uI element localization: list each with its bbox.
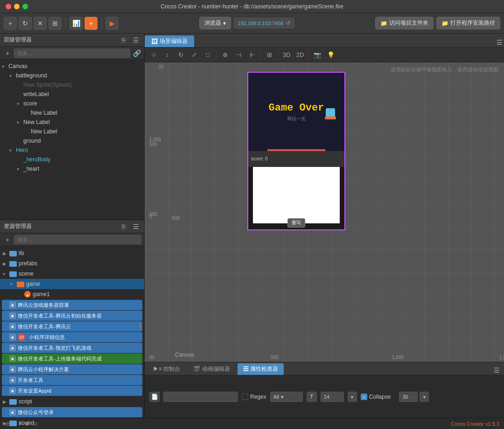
notif-2[interactable]: ■ 微信开发者工具-腾讯云初始化服务器 <box>2 311 142 321</box>
tool-snap[interactable]: ⊞ <box>263 49 275 61</box>
maximize-button[interactable] <box>22 4 28 9</box>
assets-menu-btn[interactable]: ☰ <box>131 222 140 231</box>
line-height-field[interactable]: 30 <box>399 392 418 402</box>
close-button[interactable] <box>6 4 11 9</box>
browser-arrow: ▾ <box>223 20 226 27</box>
line-height-value: 30 <box>402 394 408 400</box>
tool-align[interactable]: ⊣ <box>232 49 245 61</box>
tree-item-new-label-1[interactable]: New Label <box>0 108 144 118</box>
tool-scale[interactable]: ⤢ <box>188 49 200 61</box>
ground-label: ground <box>23 138 41 144</box>
tree-item-heart[interactable]: ▾ _heart <box>0 164 144 173</box>
tool-rect[interactable]: □ <box>202 49 214 61</box>
notif-3[interactable]: ■ 微信开发者工具-腾讯云 <box>2 321 142 332</box>
scene-label: scene <box>19 270 34 277</box>
visit-folder-button[interactable]: 📁 访问项目文件夹 <box>375 17 434 29</box>
notif-7[interactable]: ■ 腾讯云小程序解决方案 <box>2 364 142 374</box>
tool-select[interactable]: ⊹ <box>147 49 160 61</box>
chart-button[interactable]: 📊 <box>70 17 83 30</box>
font-size-field[interactable]: 14 <box>321 392 344 402</box>
hierarchy-menu-btn[interactable]: ☰ <box>131 35 140 45</box>
tool-rotate[interactable]: ↻ <box>175 49 187 61</box>
asset-prefabs[interactable]: ▶ prefabs <box>0 258 144 269</box>
notif-6[interactable]: ■ 微信开发者工具-上传服务端代码完成 <box>2 353 142 364</box>
hierarchy-copy-btn[interactable]: ⎘ <box>119 35 128 45</box>
asset-scene[interactable]: ▾ scene <box>0 269 144 279</box>
tool-2d[interactable]: 2D <box>294 49 306 61</box>
asset-sound[interactable]: ▶ sound <box>0 418 144 428</box>
all-dropdown[interactable]: All ▾ <box>270 392 303 402</box>
font-size-arrow[interactable]: ▾ <box>348 392 357 402</box>
font-size-value: 14 <box>324 394 329 400</box>
hierarchy-search[interactable] <box>14 48 130 58</box>
tree-item-new-sprite[interactable]: New Sprite(Splash) <box>0 80 144 90</box>
game-canvas[interactable]: Game Over 再玩一次 score: 0 重写 <box>247 72 345 230</box>
refresh-button[interactable]: ↻ <box>19 17 32 30</box>
tool-move[interactable]: ↕ <box>161 49 173 61</box>
hierarchy-link-btn[interactable]: 🔗 <box>132 48 141 58</box>
inspector-tab[interactable]: ☰ 属性检查器 <box>238 363 284 375</box>
notif-1[interactable]: ■ 腾讯云游戏服务器部署 <box>2 300 142 310</box>
notif-5[interactable]: ■ 微信开发者工具-预览打飞机游戏 <box>2 343 142 353</box>
sound-label: sound <box>19 420 34 426</box>
layout-button[interactable]: ⊞ <box>49 17 62 30</box>
tool-light[interactable]: 💡 <box>325 49 337 61</box>
assets-toolbar: + <box>0 233 144 246</box>
tool-distribute[interactable]: ⊩ <box>246 49 258 61</box>
console-tab[interactable]: ▶≡ 控制台 <box>147 363 186 375</box>
minimize-button[interactable] <box>14 4 20 9</box>
collapse-checkbox[interactable]: ✓ <box>361 394 367 400</box>
tree-item-new-label-2[interactable]: ▾ New Label <box>0 118 144 127</box>
refresh-icon[interactable]: ↺ <box>286 20 290 26</box>
asset-game[interactable]: ▾ game <box>0 279 144 289</box>
tree-item-write-label[interactable]: writeLabel <box>0 90 144 99</box>
t-button[interactable]: T <box>307 392 317 402</box>
regex-checkbox[interactable] <box>242 394 248 400</box>
notif-4[interactable]: ■ 10 小程序详细信息 <box>2 332 142 342</box>
scene-tab-label: 场景编辑器 <box>160 37 188 45</box>
bottom-menu-btn[interactable]: ☰ <box>492 366 501 375</box>
rewrite-button[interactable]: 重写 <box>287 218 305 228</box>
assets-search[interactable] <box>14 235 141 244</box>
animation-tab[interactable]: 🎬 动画编辑器 <box>188 363 235 375</box>
scene-menu-btn[interactable]: ☰ <box>495 38 504 47</box>
tree-item-battleground[interactable]: ▾ battleground <box>0 71 144 80</box>
scene-editor-tab[interactable]: 🖼 场景编辑器 <box>145 35 194 47</box>
game1-label: game1 <box>33 291 50 298</box>
browser-button[interactable]: 浏览器 ▾ <box>199 17 231 29</box>
play-button[interactable]: ▶ <box>105 17 119 30</box>
notif-8[interactable]: ■ 开发者工具 <box>2 375 142 385</box>
close-editor-button[interactable]: ✕ <box>34 17 47 30</box>
tree-item-hero[interactable]: ▾ Hero <box>0 145 144 155</box>
plus-button[interactable]: + <box>84 17 98 30</box>
scene-viewport[interactable]: 00 1,000 500 00 500 1,000 1,500 500 0 -5… <box>145 62 504 362</box>
scene-toolbar: ⊹ ↕ ↻ ⤢ □ ⊕ ⊣ ⊩ ⊞ 3D 2D 📷 💡 <box>145 48 504 62</box>
tool-3d[interactable]: 3D <box>280 49 293 61</box>
assets-add-btn[interactable]: + <box>3 235 12 244</box>
open-install-button[interactable]: 📁 打开程序安装路径 <box>436 17 500 29</box>
score-label: score <box>23 100 37 107</box>
scene-tool-sep-1 <box>216 50 217 60</box>
asset-lib[interactable]: ▶ lib <box>0 248 144 258</box>
notif-9[interactable]: ■ 开发设置Appid <box>2 386 142 396</box>
line-height-arrow[interactable]: ▾ <box>420 392 429 402</box>
tool-camera[interactable]: 📷 <box>311 49 323 61</box>
inspector-search-field[interactable] <box>163 392 238 402</box>
tool-anchor[interactable]: ⊕ <box>219 49 231 61</box>
tree-item-canvas[interactable]: ▾ Canvas <box>0 62 144 71</box>
tree-item-ground[interactable]: ground <box>0 136 144 145</box>
hierarchy-add-btn[interactable]: + <box>3 48 12 58</box>
tree-item-hero-body[interactable]: _heroBody <box>0 155 144 164</box>
asset-script[interactable]: ▶ script <box>0 396 144 407</box>
tree-item-new-label-3[interactable]: New Label <box>0 127 144 136</box>
assets-panel: 资源管理器 ⎘ ☰ + ▶ lib ▶ prefabs <box>0 220 144 429</box>
inspector-file-btn[interactable]: 📄 <box>149 392 160 402</box>
notif-10[interactable]: ■ 微信公众号登录 <box>2 407 142 417</box>
tree-item-score[interactable]: ▾ score <box>0 99 144 108</box>
character-hat <box>325 117 336 119</box>
notif-close-3[interactable] <box>140 324 140 329</box>
notif-label-2: 微信开发者工具-腾讯云初始化服务器 <box>18 312 102 319</box>
asset-game1[interactable]: 🔥 game1 <box>0 289 144 299</box>
add-button[interactable]: + <box>4 17 17 30</box>
assets-copy-btn[interactable]: ⎘ <box>119 222 128 231</box>
